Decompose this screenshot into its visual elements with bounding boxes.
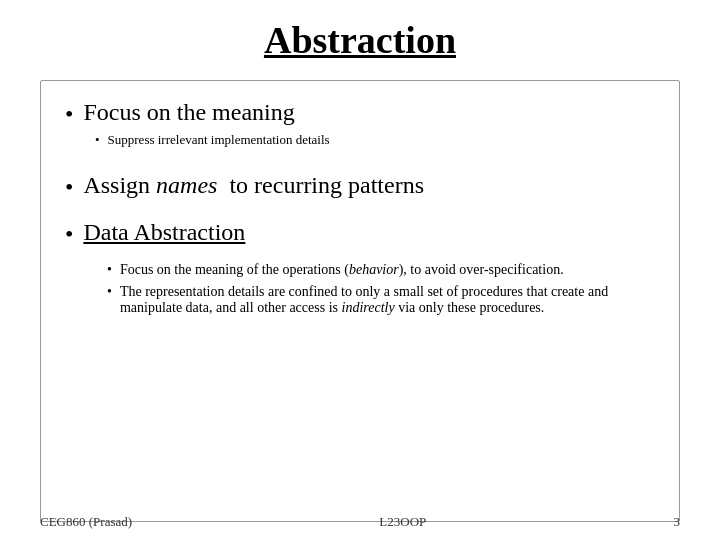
- bullet-suppress: • Suppress irrelevant implementation det…: [95, 132, 655, 148]
- bullet-dot-2: •: [65, 174, 73, 201]
- footer: CEG860 (Prasad) L23OOP 3: [0, 514, 720, 530]
- bullet-dot-1: •: [65, 101, 73, 128]
- bullet-focus-ops-text: Focus on the meaning of the operations (…: [120, 262, 564, 278]
- bullet-dot-3: •: [65, 221, 73, 248]
- bullet-focus-meaning: • Focus on the meaning: [65, 99, 655, 128]
- bullet-focus-ops: • Focus on the meaning of the operations…: [107, 262, 655, 278]
- bullet-data-abstraction-text: Data Abstraction: [83, 219, 245, 246]
- bullet-dot-1-1: •: [95, 132, 100, 148]
- footer-left: CEG860 (Prasad): [40, 514, 132, 530]
- bullet-dot-3-1: •: [107, 262, 112, 278]
- gap-2: [65, 205, 655, 219]
- gap-1: [65, 158, 655, 172]
- bullet-assign-names: • Assign names to recurring patterns: [65, 172, 655, 201]
- bullet-representation: • The representation details are confine…: [107, 284, 655, 316]
- bullet-focus-meaning-text: Focus on the meaning: [83, 99, 294, 126]
- bullet-representation-text: The representation details are confined …: [120, 284, 655, 316]
- gap-3: [65, 252, 655, 262]
- slide-title: Abstraction: [264, 18, 456, 62]
- bullet-assign-names-text: Assign names to recurring patterns: [83, 172, 424, 199]
- bullet-dot-3-2: •: [107, 284, 112, 300]
- footer-right: 3: [674, 514, 681, 530]
- bullet-data-abstraction: • Data Abstraction: [65, 219, 655, 248]
- slide: Abstraction • Focus on the meaning • Sup…: [0, 0, 720, 540]
- bullet-suppress-text: Suppress irrelevant implementation detai…: [108, 132, 330, 148]
- footer-center: L23OOP: [379, 514, 426, 530]
- content-box: • Focus on the meaning • Suppress irrele…: [40, 80, 680, 522]
